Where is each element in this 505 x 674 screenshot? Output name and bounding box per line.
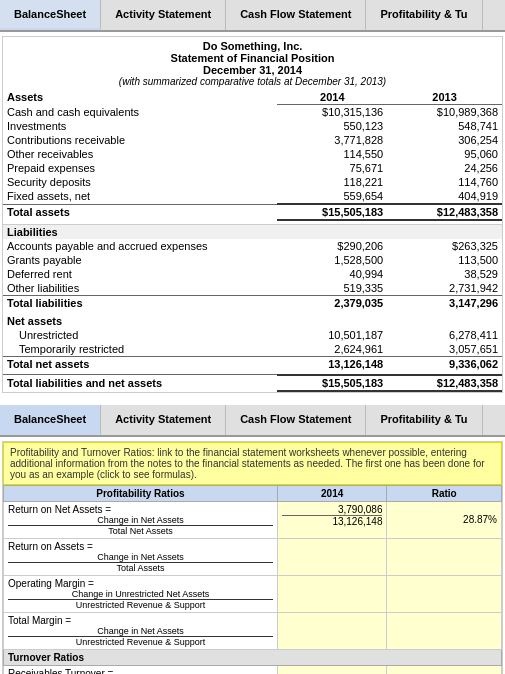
tab-cashflow[interactable]: Cash Flow Statement [226,0,366,30]
row-investments: Investments 550,123 548,741 [3,119,502,133]
netassets-header-row: Net assets [3,314,502,328]
row-total-netassets: Total net assets 13,126,148 9,336,062 [3,356,502,371]
om-value [277,575,387,612]
row-fixed: Fixed assets, net 559,654 404,919 [3,189,502,204]
financial-statement: Do Something, Inc. Statement of Financia… [2,36,503,393]
row-temp-restricted: Temporarily restricted 2,624,961 3,057,6… [3,342,502,357]
row-security: Security deposits 118,221 114,760 [3,175,502,189]
assets-header: Assets [3,90,277,105]
om-ratio [387,575,502,612]
ratio-row-om: Operating Margin = Change in Unrestricte… [4,575,502,612]
rt-label: Receivables Turnover = Unrestricted Reve… [4,665,278,674]
col-header-2014: 2014 [277,485,387,501]
rona-ratio: 28.87% [387,501,502,538]
financial-table: Assets 2014 2013 Cash and cash equivalen… [3,90,502,392]
rona-num: 3,790,086 13,126,148 [277,501,387,538]
tab-balancesheet[interactable]: BalanceSheet [0,0,101,30]
ratios-header: Profitability Ratios 2014 Ratio [4,485,502,501]
tm-ratio [387,612,502,649]
top-tabs[interactable]: BalanceSheet Activity Statement Cash Flo… [0,0,505,32]
rona-label: Return on Net Assets = Change in Net Ass… [4,501,278,538]
om-label: Operating Margin = Change in Unrestricte… [4,575,278,612]
ratios-table: Profitability Ratios 2014 Ratio Return o… [3,485,502,675]
row-cash: Cash and cash equivalents $10,315,136 $1… [3,105,502,120]
tab2-cashflow[interactable]: Cash Flow Statement [226,405,366,435]
tab-profitability[interactable]: Profitability & Tu [366,0,482,30]
row-deferred-rent: Deferred rent 40,994 38,529 [3,267,502,281]
row-unrestricted: Unrestricted 10,501,187 6,278,411 [3,328,502,342]
tab-activity[interactable]: Activity Statement [101,0,226,30]
roa-ratio [387,538,502,575]
ratio-row-rona-label: Return on Net Assets = Change in Net Ass… [4,501,502,538]
col-2014: 2014 [277,90,387,105]
statement-header: Do Something, Inc. Statement of Financia… [3,37,502,90]
col-header-ratios: Profitability Ratios [4,485,278,501]
row-grants-payable: Grants payable 1,528,500 113,500 [3,253,502,267]
turnover-header-row: Turnover Ratios [4,649,502,665]
row-total-liabilities: Total liabilities 2,379,035 3,147,296 [3,295,502,310]
profitability-note: Profitability and Turnover Ratios: link … [3,442,502,485]
ratio-row-roa: Return on Assets = Change in Net Assets … [4,538,502,575]
tab2-activity[interactable]: Activity Statement [101,405,226,435]
col-2013: 2013 [387,90,502,105]
roa-label: Return on Assets = Change in Net Assets … [4,538,278,575]
ratio-row-tm: Total Margin = Change in Net Assets Unre… [4,612,502,649]
statement-date: December 31, 2014 [3,64,502,76]
row-grandtotal: Total liabilities and net assets $15,505… [3,375,502,391]
company-name: Do Something, Inc. [3,40,502,52]
roa-value [277,538,387,575]
col-header-ratio: Ratio [387,485,502,501]
row-prepaid: Prepaid expenses 75,671 24,256 [3,161,502,175]
tab2-profitability[interactable]: Profitability & Tu [366,405,482,435]
row-other-recv: Other receivables 114,550 95,060 [3,147,502,161]
profitability-section: Profitability and Turnover Ratios: link … [2,441,503,675]
rt-ratio [387,665,502,674]
row-accounts-payable: Accounts payable and accrued expenses $2… [3,239,502,253]
row-contributions: Contributions receivable 3,771,828 306,2… [3,133,502,147]
column-headers: Assets 2014 2013 [3,90,502,105]
row-other-liabilities: Other liabilities 519,335 2,731,942 [3,281,502,296]
rt-value [277,665,387,674]
profit-note-text: Profitability and Turnover Ratios: link … [10,447,485,480]
liabilities-header-row: Liabilities [3,224,502,239]
ratio-row-rt: Receivables Turnover = Unrestricted Reve… [4,665,502,674]
turnover-header: Turnover Ratios [4,649,502,665]
statement-title: Statement of Financial Position [3,52,502,64]
statement-note: (with summarized comparative totals at D… [3,76,502,87]
tm-label: Total Margin = Change in Net Assets Unre… [4,612,278,649]
tm-value [277,612,387,649]
tab2-balancesheet[interactable]: BalanceSheet [0,405,101,435]
bottom-tabs[interactable]: BalanceSheet Activity Statement Cash Flo… [0,405,505,437]
row-total-assets: Total assets $15,505,183 $12,483,358 [3,204,502,220]
